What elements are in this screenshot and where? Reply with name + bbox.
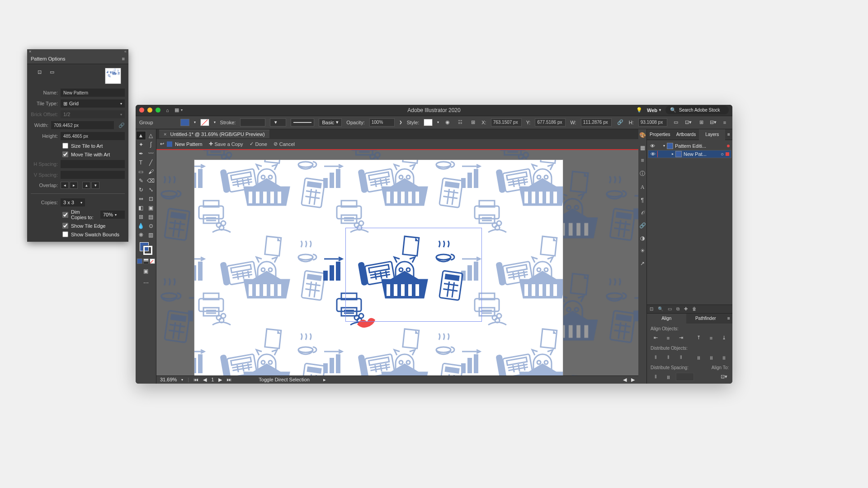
- selection-tool[interactable]: ▲: [136, 131, 146, 140]
- shaper-tool[interactable]: ✎: [136, 176, 146, 185]
- close-window[interactable]: [139, 108, 144, 113]
- opentype-panel-icon[interactable]: 𝒪: [641, 210, 644, 216]
- stroke-weight[interactable]: [240, 118, 265, 127]
- artboard-nav-last[interactable]: ⏭: [226, 377, 231, 382]
- magic-wand-tool[interactable]: ✦: [136, 140, 146, 149]
- locate-layer-icon[interactable]: ⊡: [650, 306, 653, 311]
- clip-mask-icon[interactable]: ▭: [668, 306, 672, 311]
- dist-top-icon[interactable]: ⫴: [651, 353, 660, 361]
- rotate-tool[interactable]: ↻: [136, 185, 146, 194]
- h-input[interactable]: 93.1008 px: [638, 118, 667, 127]
- x-input[interactable]: 763.1507 px: [491, 118, 522, 127]
- swatches-panel-icon[interactable]: ▦: [640, 145, 645, 151]
- tab-layers[interactable]: Layers: [699, 129, 725, 140]
- artboard-number[interactable]: 1: [211, 377, 214, 382]
- visibility-icon[interactable]: 👁: [650, 143, 655, 149]
- brush-tool[interactable]: 🖌: [146, 167, 156, 176]
- lasso-tool[interactable]: ʃ: [146, 140, 156, 149]
- find-layer-icon[interactable]: 🔍: [658, 306, 663, 311]
- mesh-tool[interactable]: ⊞: [136, 212, 146, 221]
- curvature-tool[interactable]: 〰: [146, 149, 156, 158]
- canvas[interactable]: [156, 150, 638, 375]
- align-right-icon[interactable]: ⇥: [676, 334, 686, 342]
- align-icon[interactable]: ☷: [456, 118, 464, 127]
- info-panel-icon[interactable]: ⓘ: [640, 170, 645, 178]
- link-wh-icon[interactable]: 🔗: [616, 118, 624, 127]
- brush-def[interactable]: [291, 118, 314, 127]
- color-mode-swatches[interactable]: [137, 258, 155, 264]
- eraser-tool[interactable]: ⌫: [146, 176, 156, 185]
- save-copy-button[interactable]: ✚Save a Copy: [209, 141, 243, 147]
- menu-icon[interactable]: ≡: [721, 118, 729, 127]
- search-stock[interactable]: 🔍 Search Adobe Stock: [665, 106, 729, 114]
- scroll-right[interactable]: ▶: [631, 377, 635, 383]
- artboard-nav-first[interactable]: ⏮: [193, 377, 198, 382]
- line-tool[interactable]: ╱: [146, 158, 156, 167]
- transform-icon[interactable]: ⊞: [469, 118, 477, 127]
- disclosure-icon[interactable]: ▸: [672, 152, 674, 156]
- target-icon[interactable]: ○: [721, 151, 724, 157]
- links-panel-icon[interactable]: 🔗: [639, 222, 646, 229]
- align-bottom-icon[interactable]: ⤓: [719, 334, 729, 342]
- tips-icon[interactable]: 💡: [636, 107, 642, 113]
- scroll-left[interactable]: ◀: [623, 377, 627, 383]
- tab-pathfinder[interactable]: Pathfinder: [686, 314, 726, 324]
- scale-tool[interactable]: ⤡: [146, 185, 156, 194]
- panel-menu-icon[interactable]: ≡: [725, 129, 732, 140]
- rect-tool[interactable]: ▭: [136, 167, 146, 176]
- delete-layer-icon[interactable]: 🗑: [692, 306, 697, 311]
- align-top-icon[interactable]: ⤒: [693, 334, 703, 342]
- gradient-tool[interactable]: ▤: [146, 212, 156, 221]
- color-panel-icon[interactable]: 🎨: [639, 132, 646, 138]
- tab-properties[interactable]: Properties: [647, 129, 673, 140]
- export-panel-icon[interactable]: ↗: [640, 260, 645, 267]
- shape-builder-tool[interactable]: ◧: [136, 203, 146, 212]
- opacity-input[interactable]: 100%: [369, 118, 395, 127]
- recolor-icon[interactable]: ◉: [443, 118, 452, 127]
- cancel-button[interactable]: ⊘Cancel: [274, 141, 295, 147]
- eyedropper-tool[interactable]: 💧: [136, 221, 146, 230]
- fill-stroke-control[interactable]: [140, 242, 152, 255]
- brush-profile[interactable]: Basic ▾: [319, 118, 342, 127]
- spacing-input[interactable]: [676, 373, 694, 381]
- back-arrow-icon[interactable]: ↩: [160, 141, 164, 147]
- artboard-nav-next[interactable]: ▶: [218, 377, 222, 383]
- dist-left-icon[interactable]: ⫼: [693, 353, 703, 361]
- type-panel-icon[interactable]: A: [641, 184, 645, 191]
- grid-toggle-icon[interactable]: ⊞: [697, 118, 705, 127]
- dist-vcenter-icon[interactable]: ⫴: [663, 353, 673, 361]
- disclosure-icon[interactable]: ▾: [663, 144, 665, 148]
- dist-spacing-h-icon[interactable]: ⫼: [663, 373, 673, 381]
- pen-tool[interactable]: ✒: [136, 149, 146, 158]
- paragraph-panel-icon[interactable]: ¶: [641, 197, 644, 203]
- minimize-window[interactable]: [147, 108, 152, 113]
- style-swatch[interactable]: [424, 119, 433, 126]
- width-tool[interactable]: ⇔: [136, 194, 146, 203]
- tab-artboards[interactable]: Artboards: [673, 129, 699, 140]
- dist-bottom-icon[interactable]: ⫴: [676, 353, 686, 361]
- zoom-level[interactable]: 31.69%: [160, 377, 177, 382]
- isolate-icon[interactable]: ⊡▾: [684, 118, 693, 127]
- new-layer-icon[interactable]: ✚: [684, 306, 688, 311]
- visibility-icon[interactable]: 👁: [650, 151, 656, 157]
- fill-swatch[interactable]: [180, 119, 189, 126]
- status-play-icon[interactable]: ▸: [323, 377, 326, 383]
- layer-row[interactable]: 👁 ▾ Pattern Editi...: [648, 142, 731, 150]
- new-sublayer-icon[interactable]: ⧉: [676, 306, 679, 312]
- y-input[interactable]: 677.5186 px: [535, 118, 566, 127]
- dist-right-icon[interactable]: ⫼: [719, 353, 729, 361]
- layer-row[interactable]: 👁 ▸ New Pat... ○: [648, 150, 731, 158]
- document-tab[interactable]: × Untitled-1* @ 31.69% (RGB/GPU Preview): [159, 130, 269, 138]
- shape-icon[interactable]: ▭: [672, 118, 680, 127]
- arrange-docs-icon[interactable]: ▦ ▾: [175, 107, 183, 113]
- close-tab-icon[interactable]: ×: [164, 131, 166, 137]
- w-input[interactable]: 111.2876 px: [581, 118, 612, 127]
- direct-select-tool[interactable]: △: [146, 131, 156, 140]
- snap-icon[interactable]: ⊟▾: [709, 118, 717, 127]
- align-menu-icon[interactable]: ≡: [725, 314, 732, 324]
- align-left-icon[interactable]: ⇤: [651, 334, 660, 342]
- artboard-nav-prev[interactable]: ◀: [203, 377, 207, 383]
- align-vcenter-icon[interactable]: ≡: [706, 334, 716, 342]
- blend-tool[interactable]: ⊙: [146, 221, 156, 230]
- var-width-profile[interactable]: ▾: [270, 118, 286, 127]
